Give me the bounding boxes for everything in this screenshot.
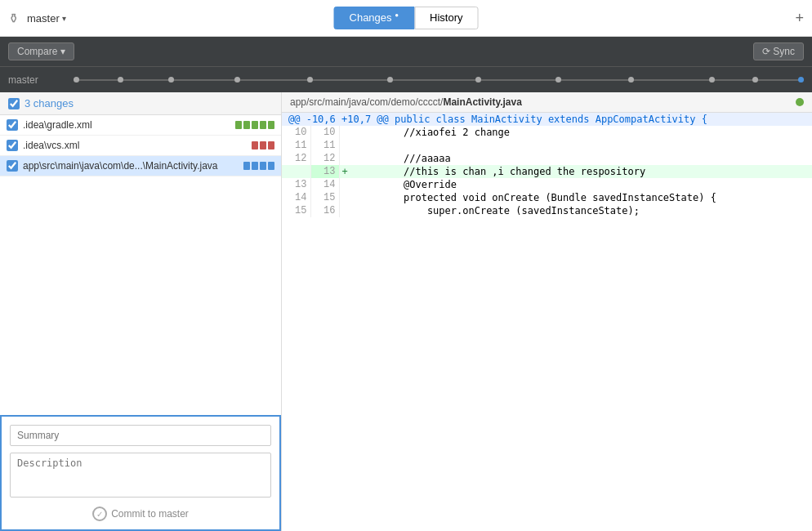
timeline-dot-7 — [475, 77, 481, 83]
tab-history[interactable]: History — [414, 7, 478, 29]
timeline-dot-3 — [168, 77, 174, 83]
file-badges — [235, 121, 274, 129]
diff-line: 1314 @Override — [282, 178, 812, 191]
select-all-checkbox[interactable] — [8, 98, 20, 109]
summary-input[interactable] — [10, 425, 271, 446]
file-name: .idea\gradle.xml — [23, 119, 230, 131]
file-item[interactable]: .idea\vcs.xml — [0, 136, 281, 156]
file-badge — [252, 121, 258, 129]
file-badge — [243, 121, 250, 129]
diff-header: app/src/main/java/com/demo/cccct/MainAct… — [282, 92, 812, 113]
timeline-dot-1 — [74, 77, 79, 83]
timeline-track — [74, 79, 804, 81]
timeline-current-dot — [798, 77, 804, 83]
file-badge — [252, 162, 258, 170]
diff-line: 1010 //xiaofei 2 change — [282, 126, 812, 139]
timeline-dot-9 — [628, 77, 634, 83]
diff-table: @@ -10,6 +10,7 @@ public class MainActiv… — [282, 113, 812, 217]
file-badge — [260, 121, 266, 129]
changes-count: 3 changes — [25, 97, 74, 109]
diff-file-path: app/src/main/java/com/demo/cccct/MainAct… — [290, 96, 522, 108]
file-name: app\src\main\java\com\de...\MainActivity… — [23, 160, 239, 172]
file-item[interactable]: app\src\main\java\com\de...\MainActivity… — [0, 156, 281, 176]
compare-button[interactable]: Compare ▾ — [8, 42, 74, 60]
diff-line: 1516 super.onCreate (savedInstanceState)… — [282, 204, 812, 217]
file-badge — [252, 141, 258, 149]
timeline-dot-10 — [709, 77, 715, 83]
file-checkbox[interactable] — [7, 119, 18, 131]
diff-content[interactable]: @@ -10,6 +10,7 @@ public class MainActiv… — [282, 113, 812, 531]
file-badges — [252, 141, 274, 149]
timeline-dot-6 — [387, 77, 393, 83]
branch-arrow: ▾ — [62, 14, 66, 23]
file-status-dot — [796, 98, 804, 106]
commit-label: Commit to master — [111, 508, 189, 520]
left-panel: 3 changes .idea\gradle.xml.idea\vcs.xmla… — [0, 92, 282, 531]
timeline-dot-8 — [555, 77, 561, 83]
right-panel: app/src/main/java/com/demo/cccct/MainAct… — [282, 92, 812, 531]
file-badges — [243, 162, 274, 170]
changes-header: 3 changes — [0, 92, 281, 115]
file-badge — [268, 141, 274, 149]
file-badge — [268, 162, 274, 170]
file-checkbox[interactable] — [7, 140, 18, 151]
diff-line: 1212 ///aaaaa — [282, 152, 812, 165]
diff-line: 13+ //this is chan ,i changed the respos… — [282, 165, 812, 178]
diff-line: 1111 — [282, 139, 812, 152]
file-name: .idea\vcs.xml — [23, 140, 247, 151]
file-item[interactable]: .idea\gradle.xml — [0, 115, 281, 136]
add-tab-button[interactable]: + — [795, 10, 804, 27]
file-badge — [268, 121, 274, 129]
file-badge — [260, 162, 266, 170]
file-checkbox[interactable] — [7, 160, 18, 172]
commit-panel: ✓ Commit to master — [0, 415, 281, 531]
timeline-dot-11 — [752, 77, 758, 83]
branch-label: master — [27, 12, 60, 25]
commit-check-icon: ✓ — [92, 506, 107, 521]
file-badge — [260, 141, 266, 149]
file-badge — [235, 121, 242, 129]
timeline-dot-5 — [307, 77, 313, 83]
file-list: .idea\gradle.xml.idea\vcs.xmlapp\src\mai… — [0, 115, 281, 415]
compare-arrow: ▾ — [60, 46, 65, 57]
diff-line: 1415 protected void onCreate (Bundle sav… — [282, 191, 812, 204]
timeline-branch-label: master — [8, 74, 74, 86]
file-badge — [243, 162, 250, 170]
diff-line: @@ -10,6 +10,7 @@ public class MainActiv… — [282, 113, 812, 126]
main-content: 3 changes .idea\gradle.xml.idea\vcs.xmla… — [0, 92, 812, 531]
commit-button[interactable]: ✓ Commit to master — [92, 506, 189, 521]
git-icon: ⚱ — [8, 11, 19, 26]
timeline-bar: master — [0, 66, 812, 92]
commit-btn-row: ✓ Commit to master — [10, 506, 271, 521]
toolbar: Compare ▾ ⟳ Sync — [0, 37, 812, 66]
timeline-dot-4 — [234, 77, 240, 83]
sync-button[interactable]: ⟳ Sync — [753, 42, 804, 60]
timeline-dot-2 — [118, 77, 123, 83]
branch-selector[interactable]: master ▾ — [27, 12, 66, 25]
top-bar: ⚱ master ▾ Changes ● History + — [0, 0, 812, 37]
description-input[interactable] — [10, 453, 271, 498]
tab-changes[interactable]: Changes ● — [334, 7, 415, 29]
tab-group: Changes ● History — [334, 7, 479, 29]
